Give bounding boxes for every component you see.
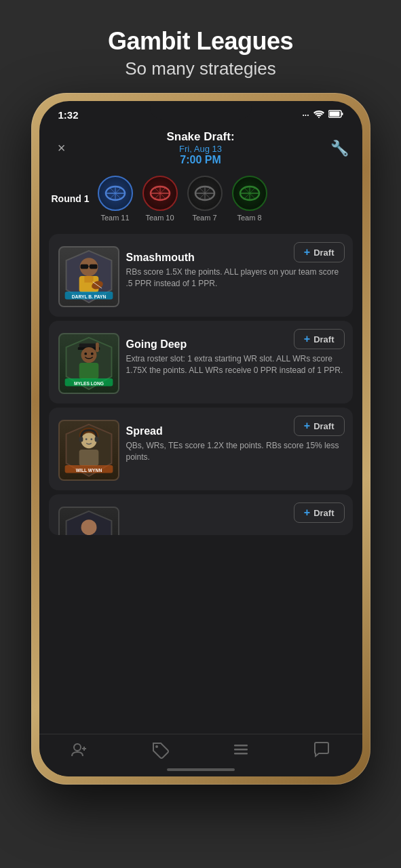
svg-point-60 [155,745,158,748]
svg-point-56 [81,519,96,535]
plus-icon: + [304,246,310,258]
battery-icon [328,110,343,120]
plus-icon-3: + [304,420,310,432]
svg-text:WILL WYNN: WILL WYNN [75,468,102,473]
round-row: Round 1 Team 11 [39,172,362,227]
svg-rect-52 [79,450,98,466]
plus-icon-2: + [304,333,310,345]
nav-add-user[interactable] [59,741,100,759]
strategy-card-going-deep: + Draft [49,321,353,403]
strategy-desc-spread: QBs, WRs, TEs score 1.2X the points. RBs… [126,440,343,464]
strategy-card-smashmouth: + Draft [49,234,353,317]
svg-rect-30 [84,276,93,283]
team-10-label: Team 10 [145,214,174,222]
wifi-icon [313,110,324,120]
draft-date: Fri, Aug 13 [72,144,330,154]
team-7-avatar [187,176,223,211]
svg-point-39 [84,353,87,355]
svg-point-40 [90,353,93,355]
draft-button-going-deep[interactable]: + Draft [294,329,345,349]
svg-text:MYLES LONG: MYLES LONG [73,381,103,386]
draft-button-spread[interactable]: + Draft [294,416,345,436]
nav-chat[interactable] [301,741,342,759]
svg-rect-2 [329,112,339,117]
round-label: Round 1 [52,193,92,204]
header-center: Snake Draft: Fri, Aug 13 7:00 PM [72,130,330,166]
svg-point-38 [81,347,96,363]
strategy-card-fourth: + Draft [49,494,353,535]
team-item-10[interactable]: Team 10 [142,176,178,222]
teams-scroll: Team 11 Team 10 [98,176,350,222]
svg-rect-26 [80,264,88,269]
draft-button-fourth[interactable]: + Draft [294,502,345,523]
home-indicator [39,763,362,776]
draft-label-3: Draft [313,421,334,431]
svg-text:DARYL B. PAYN: DARYL B. PAYN [71,294,106,299]
status-time: 1:32 [58,109,79,121]
svg-point-0 [318,117,320,118]
svg-rect-63 [234,753,248,755]
character-daryl: DARYL B. PAYN [58,246,119,307]
draft-label-4: Draft [313,508,334,518]
svg-rect-42 [79,363,98,379]
promo-subtitle: So many strategies [108,58,293,79]
team-8-label: Team 8 [237,214,261,222]
team-11-avatar [98,176,133,211]
phone-frame: 1:32 ··· [31,93,370,785]
team-10-avatar [142,176,178,211]
character-myles: MYLES LONG [58,333,119,394]
strategies-list: + Draft [39,227,362,734]
nav-tag[interactable] [140,741,180,759]
close-button[interactable]: × [52,140,72,156]
strategy-desc-smashmouth: RBs score 1.5X the points. ALL players o… [126,267,343,290]
home-bar [167,768,235,771]
team-8-avatar [232,176,267,211]
svg-rect-49 [94,437,98,442]
character-fourth [58,507,119,535]
character-will: WILL WYNN [58,420,119,481]
strategy-desc-going-deep: Extra roster slot: 1 extra starting WR s… [126,353,343,377]
team-7-label: Team 7 [192,214,216,222]
nav-list[interactable] [221,741,261,759]
team-11-label: Team 11 [100,214,129,222]
team-item-11[interactable]: Team 11 [98,176,133,222]
svg-point-57 [74,744,81,751]
svg-point-47 [81,433,96,448]
svg-point-51 [90,438,92,440]
promo-title: Gambit Leagues [108,27,293,56]
draft-time: 7:00 PM [72,154,330,166]
draft-button-smashmouth[interactable]: + Draft [294,242,345,262]
team-item-7[interactable]: Team 7 [187,176,223,222]
svg-rect-48 [79,437,83,442]
phone-screen: 1:32 ··· [39,101,362,776]
svg-rect-27 [89,264,96,269]
team-item-8[interactable]: Team 8 [232,176,267,222]
bottom-nav [39,734,362,763]
strategy-card-spread: + Draft [49,408,353,490]
svg-rect-62 [234,749,248,751]
svg-rect-61 [234,745,248,747]
settings-icon[interactable]: 🔧 [330,140,350,157]
draft-label: Draft [313,248,334,258]
signal-icon: ··· [302,111,309,120]
app-header: × Snake Draft: Fri, Aug 13 7:00 PM 🔧 [39,123,362,172]
app-promo-header: Gambit Leagues So many strategies [94,0,307,93]
svg-rect-3 [341,113,343,115]
status-icons: ··· [302,110,343,120]
phone-notch [150,101,252,120]
draft-title: Snake Draft: [72,130,330,144]
svg-point-50 [85,438,87,440]
draft-label-2: Draft [313,334,334,344]
plus-icon-4: + [304,507,310,519]
